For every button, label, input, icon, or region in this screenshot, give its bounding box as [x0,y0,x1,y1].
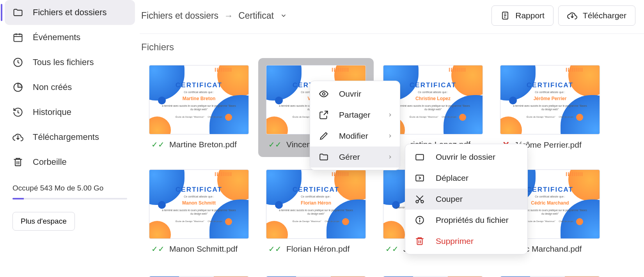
sidebar-item-label: Non créés [33,82,72,92]
sidebar: Fichiers et dossiers Événements Tous les… [0,0,140,277]
menu-item-label: Supprimer [436,236,474,246]
svg-rect-16 [416,155,424,160]
file-name: Manon Schmitt.pdf [169,244,238,254]
status-ok-icon: ✓✓ [385,244,399,254]
sidebar-item-downloads[interactable]: Téléchargements [5,125,135,150]
more-space-button[interactable]: Plus d'espace [12,212,75,231]
sidebar-item-label: Tous les fichiers [33,57,94,67]
status-ok-icon: ✓✓ [268,244,282,254]
menu-item-open[interactable]: Ouvrir [310,83,400,104]
storage-progress-fill [12,198,24,199]
file-name: Florian Héron.pdf [286,244,349,254]
chevron-right-icon [387,154,393,160]
topbar: Fichiers et dossiers → Certificat Rappor… [140,0,644,34]
certificate-thumbnail: CERTIFICAT Ce certificat atteste que : M… [149,169,249,239]
move-icon [415,173,425,183]
info-icon [415,215,425,225]
sidebar-item-history[interactable]: Historique [5,100,135,125]
menu-item-label: Gérer [339,152,360,162]
submenu-item-move[interactable]: Déplacer [405,168,527,189]
share-icon [319,110,329,120]
svg-rect-7 [15,159,21,166]
certificate-thumbnail: CERTIFICAT Ce certificat atteste que : F… [266,169,366,239]
chevron-right-icon [387,133,393,139]
sidebar-item-all-files[interactable]: Tous les fichiers [5,50,135,75]
pie-icon [12,82,23,93]
download-label: Télécharger [583,11,626,20]
menu-item-label: Ouvrir le dossier [436,152,495,162]
download-icon [12,132,23,143]
eye-icon [319,89,329,99]
folder-outline-icon [415,152,425,162]
folder-icon [12,7,23,18]
certificate-thumbnail: CERTIFICAT Ce certificat atteste que : J… [500,65,600,134]
top-actions: Rapport Télécharger [491,5,635,26]
report-button[interactable]: Rapport [491,5,554,26]
chevron-down-icon[interactable] [280,12,287,19]
svg-point-24 [419,218,420,219]
download-icon [567,11,577,21]
history-icon [12,107,23,118]
breadcrumb[interactable]: Fichiers et dossiers → Certificat [141,11,287,21]
storage-info: Occupé 543 Mo de 5.00 Go [5,175,135,203]
submenu-manage: Ouvrir le dossier Déplacer Couper Propri… [405,144,528,254]
breadcrumb-root[interactable]: Fichiers et dossiers [141,11,218,21]
menu-item-label: Propriétés du fichier [436,215,509,225]
status-ok-icon: ✓✓ [151,140,165,149]
file-card[interactable] [141,262,257,277]
file-card[interactable] [492,262,608,277]
svg-rect-25 [417,239,422,245]
file-card[interactable]: CERTIFICAT Ce certificat atteste que : J… [492,58,608,157]
pencil-icon [319,131,329,141]
menu-item-label: Modifier [339,131,368,141]
sidebar-item-events[interactable]: Événements [5,25,135,50]
storage-progress [12,198,127,199]
submenu-item-delete[interactable]: Supprimer [405,231,527,252]
context-menu: Ouvrir Partager Modifier Gérer [310,81,400,170]
main: Fichiers et dossiers → Certificat Rappor… [140,0,644,277]
calendar-icon [12,32,23,43]
sidebar-item-not-created[interactable]: Non créés [5,75,135,100]
file-card[interactable] [375,262,491,277]
menu-item-label: Couper [436,194,463,204]
section-title: Fichiers [140,34,644,58]
sidebar-item-trash[interactable]: Corbeille [5,150,135,175]
trash-icon [12,157,23,168]
report-label: Rapport [515,11,545,20]
status-ok-icon: ✓✓ [151,244,165,254]
certificate-thumbnail: CERTIFICAT Ce certificat atteste que : M… [149,65,249,134]
file-name: ic Marchand.pdf [523,244,582,254]
menu-item-edit[interactable]: Modifier [310,125,400,146]
sidebar-item-label: Téléchargements [33,132,99,142]
sidebar-item-label: Fichiers et dossiers [33,7,107,18]
download-button[interactable]: Télécharger [558,5,635,26]
menu-item-label: Déplacer [436,173,468,183]
sidebar-item-label: Historique [33,107,71,117]
menu-item-manage[interactable]: Gérer [310,146,400,168]
file-card[interactable] [258,262,374,277]
cut-icon [415,194,425,204]
submenu-item-cut[interactable]: Couper [405,189,527,210]
submenu-item-open-folder[interactable]: Ouvrir le dossier [405,146,527,168]
sidebar-item-files-folders[interactable]: Fichiers et dossiers [5,0,135,25]
storage-text: Occupé 543 Mo de 5.00 Go [12,184,127,192]
file-card[interactable]: CERTIFICAT Ce certificat atteste que : F… [258,162,374,261]
arrow-right-icon: → [224,11,233,21]
status-ok-icon: ✓✓ [268,140,282,149]
folder-icon [319,152,329,162]
file-card[interactable]: CERTIFICAT Ce certificat atteste que : M… [141,162,257,261]
chevron-right-icon [387,112,393,118]
trash-icon [415,236,425,246]
menu-item-share[interactable]: Partager [310,104,400,125]
menu-item-label: Partager [339,110,371,120]
svg-point-15 [323,93,325,95]
sidebar-item-label: Événements [33,32,80,42]
report-icon [500,11,510,20]
sidebar-item-label: Corbeille [33,157,67,167]
file-card[interactable]: CERTIFICAT Ce certificat atteste que : M… [141,58,257,157]
breadcrumb-current[interactable]: Certificat [238,11,274,21]
svg-rect-17 [416,175,424,181]
submenu-item-properties[interactable]: Propriétés du fichier [405,210,527,231]
clock-icon [12,57,23,68]
file-grid-partial [140,262,644,277]
